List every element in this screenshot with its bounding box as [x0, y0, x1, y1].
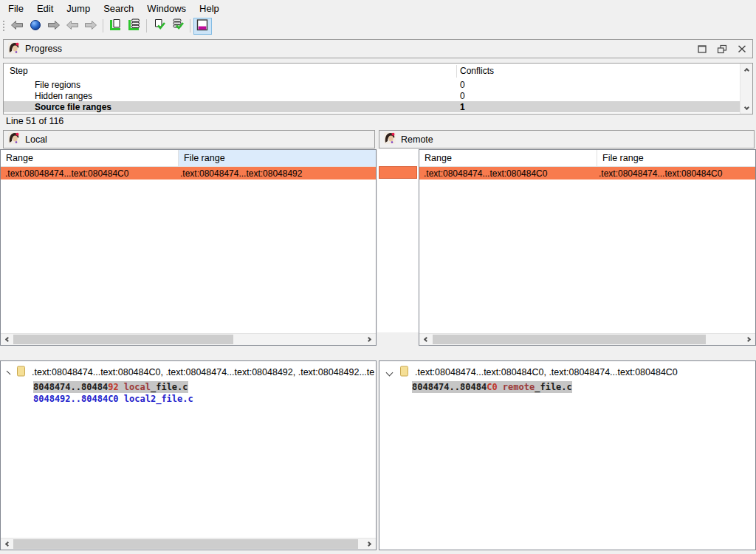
horizontal-scrollbar[interactable] [1, 538, 376, 550]
menu-jump[interactable]: Jump [60, 1, 97, 16]
progress-table: Step Conflicts File regions 0 Hidden ran… [3, 63, 753, 114]
remote-ranges-table: Range File range .text:08048474...text:0… [419, 149, 756, 346]
table-row[interactable]: File regions 0 [4, 79, 740, 90]
progress-window-title: Progress [25, 44, 62, 54]
name-common: _file.c [151, 382, 188, 392]
hex-common: 8048474..80484 [412, 382, 487, 392]
database-icon [127, 18, 141, 33]
scroll-right-button[interactable] [743, 334, 755, 345]
scrollbar-thumb[interactable] [13, 539, 358, 549]
range-cell: .text:08048474...text:080484C0 [5, 168, 128, 179]
separator [498, 382, 503, 392]
column-header-range[interactable]: Range [1, 150, 178, 166]
scroll-right-button[interactable] [363, 538, 376, 550]
vertical-scrollbar[interactable] [740, 64, 752, 114]
column-header-file-range[interactable]: File range [178, 150, 376, 166]
range-list-text: .text:08048474...text:080484C0, .text:08… [415, 367, 678, 377]
column-header-range[interactable]: Range [419, 150, 597, 166]
menu-file[interactable]: File [1, 1, 30, 16]
toolbar-separator [190, 19, 190, 33]
database-check-icon [171, 18, 185, 33]
float-button[interactable] [716, 44, 728, 55]
conflicts-cell: 0 [460, 91, 465, 101]
remote-pane-titlebar[interactable]: Remote [379, 130, 755, 148]
folder-icon [16, 366, 27, 379]
remote-pane-title: Remote [401, 134, 433, 145]
table-row-selected[interactable]: Source file ranges 1 [4, 101, 740, 112]
column-header-file-range[interactable]: File range [597, 150, 755, 166]
current-position-button[interactable] [26, 18, 44, 35]
hex-diff: 92 [108, 382, 118, 392]
remote-table-header: Range File range [419, 150, 755, 167]
remote-detail-panel: .text:08048474...text:080484C0, .text:08… [379, 360, 756, 550]
file-range-line-selected[interactable]: 8048474..80484C0 remote_file.c [412, 381, 572, 393]
file-check-icon [152, 18, 166, 33]
conflict-row[interactable]: .text:08048474...text:080484C0 .text:080… [1, 167, 376, 179]
blue-sphere-icon [30, 19, 41, 33]
validate-file-button[interactable] [150, 18, 168, 35]
scroll-up-button[interactable] [740, 64, 752, 75]
local-pane-titlebar[interactable]: Local [3, 130, 375, 148]
previous-difference-button[interactable] [63, 18, 81, 35]
scroll-left-button[interactable] [1, 334, 13, 345]
file-range-line[interactable]: 8048492..80484C0 local2_file.c [33, 393, 193, 405]
merge-view-button[interactable] [193, 18, 212, 35]
conflicts-cell: 0 [460, 80, 465, 90]
bottom-margin [0, 550, 756, 554]
menu-edit[interactable]: Edit [30, 1, 60, 16]
column-header-step[interactable]: Step [10, 66, 28, 76]
scroll-right-button[interactable] [363, 334, 376, 345]
toolbar-separator [146, 19, 147, 33]
ida-icon [8, 42, 20, 56]
toolbar-grip[interactable] [1, 19, 5, 33]
local-ranges-table: Range File range .text:08048474...text:0… [0, 149, 377, 346]
menu-help[interactable]: Help [193, 1, 226, 16]
back-button[interactable] [7, 18, 26, 35]
file-range-cell: .text:08048474...text:080484C0 [599, 168, 722, 179]
horizontal-scrollbar[interactable] [1, 333, 376, 345]
table-row[interactable]: Hidden ranges 0 [4, 90, 740, 101]
menu-windows[interactable]: Windows [140, 1, 193, 16]
chevron-down-icon[interactable] [386, 369, 394, 376]
conflict-row[interactable]: .text:08048474...text:080484C0 .text:080… [419, 167, 755, 179]
file-range-cell: .text:08048474...text:08048492 [180, 168, 302, 179]
chevron-down-icon[interactable] [7, 370, 11, 375]
separator [119, 382, 124, 392]
forward-button[interactable] [44, 18, 63, 35]
toolbar [0, 16, 756, 35]
ida-icon [8, 132, 20, 146]
range-list-text: .text:08048474...text:080484C0, .text:08… [32, 367, 374, 377]
ida-icon [384, 132, 396, 146]
file-range-line-selected[interactable]: 8048474..8048492 local_file.c [33, 381, 188, 393]
scroll-left-button[interactable] [419, 334, 432, 345]
close-icon[interactable] [736, 44, 748, 55]
scroll-down-button[interactable] [740, 103, 752, 114]
local-detail-panel: .text:08048474...text:080484C0, .text:08… [0, 360, 377, 550]
conflict-marker[interactable] [379, 166, 417, 179]
local-table-header: Range File range [1, 150, 376, 167]
scroll-left-button[interactable] [1, 538, 13, 550]
column-separator [456, 65, 457, 78]
maximize-button[interactable] [696, 44, 708, 55]
folder-icon [399, 366, 410, 379]
load-database-button[interactable] [125, 18, 143, 35]
menu-search[interactable]: Search [97, 1, 140, 16]
progress-window-titlebar[interactable]: Progress [3, 39, 753, 58]
progress-table-header: Step Conflicts [4, 64, 740, 79]
load-file-button[interactable] [106, 18, 125, 35]
merge-view-icon [196, 19, 209, 33]
tree-item[interactable]: .text:08048474...text:080484C0, .text:08… [1, 366, 374, 379]
conflicts-cell: 1 [460, 102, 465, 112]
next-arrow-icon [83, 19, 98, 33]
scrollbar-thumb[interactable] [433, 335, 706, 344]
merge-gutter [377, 149, 419, 332]
next-difference-button[interactable] [81, 18, 100, 35]
scrollbar-thumb[interactable] [13, 335, 233, 344]
horizontal-scrollbar[interactable] [419, 333, 755, 345]
window-buttons [696, 44, 748, 55]
column-header-conflicts[interactable]: Conflicts [460, 66, 494, 76]
name-diff: remote [503, 382, 535, 392]
ida-merge-window: File Edit Jump Search Windows Help [0, 0, 756, 554]
tree-item[interactable]: .text:08048474...text:080484C0, .text:08… [379, 366, 754, 379]
validate-database-button[interactable] [168, 18, 187, 35]
